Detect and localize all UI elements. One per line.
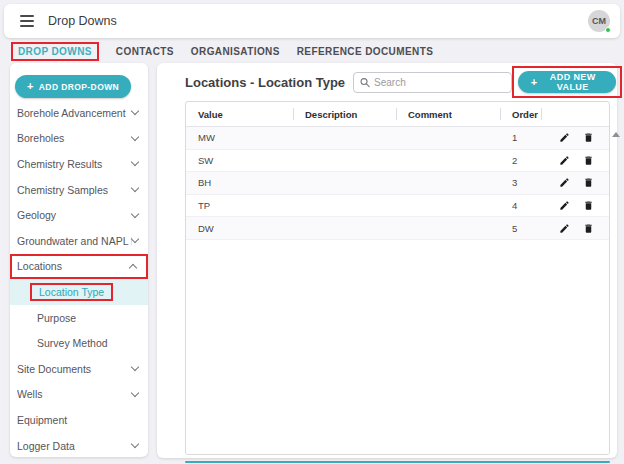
column-header-order: Order [500,102,541,126]
add-drop-down-button[interactable]: + ADD DROP-DOWN [15,75,131,98]
chevron-down-icon [131,107,139,115]
horizontal-scrollbar[interactable] [185,461,610,463]
tab-bar: DROP DOWNS CONTACTS ORGANISATIONS REFERE… [11,40,433,62]
sidebar-item-location-type[interactable]: Location Type [10,279,148,305]
edit-button[interactable] [558,200,570,212]
table-row[interactable]: TP 4 [186,195,609,218]
tab-drop-downs[interactable]: DROP DOWNS [11,42,99,61]
chevron-down-icon [131,235,139,243]
trash-icon [583,223,594,234]
sidebar-item-survey-method[interactable]: Survey Method [10,330,148,356]
add-new-value-button[interactable]: + ADD NEW VALUE [518,71,616,93]
table-empty-space [186,240,609,454]
sidebar-item-geology[interactable]: Geology [10,202,148,228]
search-input[interactable] [374,77,505,88]
chevron-down-icon [131,389,139,397]
table-header: Value Description Comment Order [186,102,609,127]
values-table: Value Description Comment Order MW 1 SW … [185,101,610,455]
chevron-down-icon [131,133,139,141]
sidebar-item-boreholes[interactable]: Boreholes [10,126,148,152]
content-header: Locations - Location Type + ADD NEW VALU… [157,63,617,101]
table-row[interactable]: DW 5 [186,217,609,240]
trash-icon [583,200,594,211]
delete-button[interactable] [582,154,594,166]
sidebar-item-wells[interactable]: Wells [10,382,148,408]
value-cell: SW [186,155,293,166]
order-cell: 2 [500,155,541,166]
page-title: Locations - Location Type [185,75,345,90]
online-status-dot [605,27,611,33]
edit-button[interactable] [558,132,570,144]
column-header-actions [541,102,609,126]
sidebar: + ADD DROP-DOWN Borehole Advancement Bor… [10,63,148,457]
drop-down-category-list: Borehole Advancement Boreholes Chemistry… [10,100,148,458]
annotation-box-add-new-value: + ADD NEW VALUE [512,66,622,98]
value-cell: DW [186,223,293,234]
add-new-value-label: ADD NEW VALUE [543,72,604,92]
pencil-icon [559,155,570,166]
menu-icon[interactable] [20,15,34,26]
delete-button[interactable] [582,132,594,144]
chevron-up-icon [129,264,137,272]
top-app-bar: Drop Downs CM [4,4,620,38]
plus-icon: + [531,77,538,88]
sidebar-item-borehole-advancement[interactable]: Borehole Advancement [10,100,148,126]
edit-button[interactable] [558,154,570,166]
sidebar-item-chemistry-samples[interactable]: Chemistry Samples [10,177,148,203]
app-title: Drop Downs [48,14,117,28]
table-row[interactable]: MW 1 [186,127,609,150]
sidebar-item-groundwater-napl-levels[interactable]: Groundwater and NAPL Levels [10,228,148,254]
edit-button[interactable] [558,222,570,234]
search-box[interactable] [353,72,512,93]
pencil-icon [559,177,570,188]
delete-button[interactable] [582,200,594,212]
pencil-icon [559,132,570,143]
tab-reference-documents[interactable]: REFERENCE DOCUMENTS [297,46,434,57]
column-header-description: Description [293,102,396,126]
chevron-down-icon [131,158,139,166]
chevron-down-icon [131,184,139,192]
sidebar-item-logger-data[interactable]: Logger Data [10,433,148,459]
trash-icon [583,155,594,166]
add-drop-down-label: ADD DROP-DOWN [39,82,119,92]
delete-button[interactable] [582,222,594,234]
chevron-down-icon [131,209,139,217]
sidebar-item-site-documents[interactable]: Site Documents [10,356,148,382]
pencil-icon [559,223,570,234]
table-row[interactable]: SW 2 [186,150,609,173]
order-cell: 3 [500,177,541,188]
search-icon [360,77,370,88]
order-cell: 1 [500,132,541,143]
edit-button[interactable] [558,177,570,189]
sidebar-item-chemistry-results[interactable]: Chemistry Results [10,151,148,177]
chevron-down-icon [131,440,139,448]
tab-organisations[interactable]: ORGANISATIONS [191,46,280,57]
pencil-icon [559,200,570,211]
sidebar-item-purpose[interactable]: Purpose [10,305,148,331]
avatar-initials: CM [592,16,606,26]
trash-icon [583,132,594,143]
order-cell: 4 [500,200,541,211]
avatar[interactable]: CM [588,10,610,32]
chevron-down-icon [131,363,139,371]
delete-button[interactable] [582,177,594,189]
plus-icon: + [27,81,34,92]
trash-icon [583,177,594,188]
sidebar-item-locations[interactable]: Locations [10,254,148,280]
value-cell: TP [186,200,293,211]
scrollbar-up-arrow-icon[interactable] [612,132,620,137]
order-cell: 5 [500,223,541,234]
sidebar-item-equipment[interactable]: Equipment [10,407,148,433]
tab-contacts[interactable]: CONTACTS [116,46,174,57]
main-panel: Locations - Location Type + ADD NEW VALU… [157,63,617,458]
table-row[interactable]: BH 3 [186,172,609,195]
column-header-comment: Comment [396,102,500,126]
value-cell: MW [186,132,293,143]
column-header-value: Value [186,102,293,126]
value-cell: BH [186,177,293,188]
